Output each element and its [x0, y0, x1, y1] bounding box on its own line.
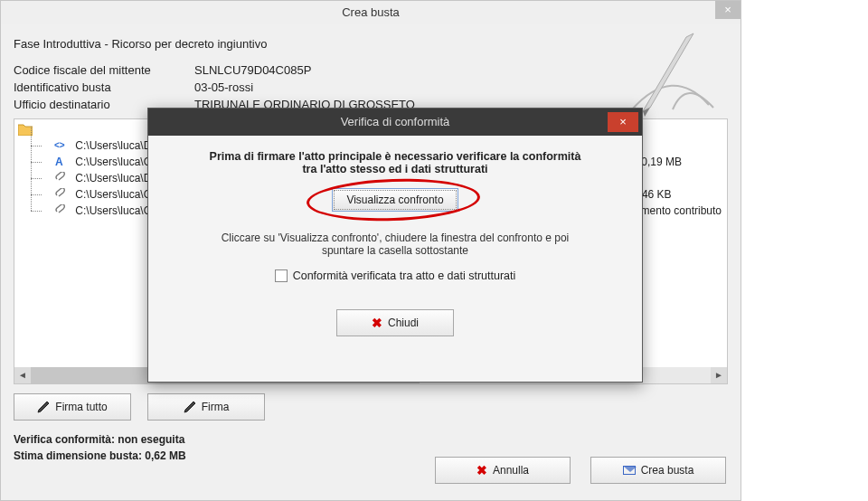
dialog-close-button[interactable]: ×: [608, 112, 638, 132]
window-title: Crea busta: [342, 5, 400, 19]
dialog-lead-text: Prima di firmare l'atto principale è nec…: [166, 150, 624, 175]
svg-text:<>: <>: [54, 140, 65, 150]
chiudi-label: Chiudi: [388, 317, 419, 329]
svg-text:A: A: [55, 156, 63, 166]
conformita-checkbox-row: Conformità verificata tra atto e dati st…: [166, 269, 624, 282]
hint-line-1: Cliccare su 'Visualizza confronto', chiu…: [222, 232, 570, 244]
crea-busta-button[interactable]: Crea busta: [590, 457, 726, 484]
attachment-icon: [54, 203, 67, 214]
chiudi-button[interactable]: ✖ Chiudi: [336, 309, 454, 336]
attachment-icon: [54, 171, 67, 182]
annulla-button[interactable]: ✖ Annulla: [435, 457, 571, 484]
scroll-left-arrow[interactable]: ◄: [14, 367, 31, 383]
firma-button[interactable]: Firma: [147, 393, 265, 421]
lead-line-1: Prima di firmare l'atto principale è nec…: [210, 150, 581, 163]
info-row-cf: Codice fiscale del mittente SLNLCU79D04C…: [14, 63, 728, 77]
pen-icon: [37, 401, 50, 413]
visualizza-confronto-button[interactable]: Visualizza confronto: [332, 188, 458, 212]
conformita-checkbox-label: Conformità verificata tra atto e dati st…: [293, 269, 516, 282]
cf-label: Codice fiscale del mittente: [14, 63, 194, 77]
crea-busta-label: Crea busta: [641, 464, 694, 477]
scroll-right-arrow[interactable]: ►: [711, 367, 727, 383]
info-row-id: Identificativo busta 03-05-rossi: [14, 80, 728, 94]
xml-icon: <>: [54, 138, 67, 149]
conformita-checkbox[interactable]: [275, 269, 288, 282]
id-value: 03-05-rossi: [194, 80, 253, 94]
firma-tutto-label: Firma tutto: [55, 401, 107, 413]
main-window: Crea busta × Fase Introduttiva - Ricorso…: [0, 0, 741, 501]
id-label: Identificativo busta: [14, 80, 194, 94]
hint-line-2: spuntare la casella sottostante: [322, 244, 468, 257]
visualizza-confronto-wrap: Visualizza confronto: [332, 188, 458, 212]
doc-a-icon: A: [54, 155, 67, 165]
pen-icon: [184, 401, 196, 413]
phase-label: Fase Introduttiva - Ricorso per decreto …: [14, 37, 728, 51]
visualizza-confronto-label: Visualizza confronto: [346, 194, 443, 206]
lead-line-2: tra l'atto stesso ed i dati strutturati: [302, 163, 487, 175]
dialog-hint: Cliccare su 'Visualizza confronto', chiu…: [166, 232, 624, 257]
firma-label: Firma: [202, 401, 230, 413]
dialog-body: Prima di firmare l'atto principale è nec…: [148, 136, 642, 347]
window-titlebar: Crea busta ×: [1, 1, 741, 24]
annulla-label: Annulla: [493, 464, 529, 477]
x-icon: ✖: [372, 316, 382, 330]
verifica-status: Verifica conformità: non eseguita: [14, 433, 728, 446]
window-close-button[interactable]: ×: [715, 1, 741, 19]
firma-tutto-button[interactable]: Firma tutto: [14, 393, 131, 421]
sign-buttons-row: Firma tutto Firma: [14, 393, 728, 421]
cf-value: SLNLCU79D04C085P: [194, 63, 311, 77]
attachment-icon: [54, 187, 67, 198]
dialog-titlebar: Verifica di conformità ×: [148, 109, 642, 136]
x-icon: ✖: [476, 463, 487, 477]
footer-buttons: ✖ Annulla Crea busta: [435, 457, 726, 484]
dialog-title: Verifica di conformità: [341, 115, 450, 128]
pen-illustration: [623, 28, 722, 118]
verifica-conformita-dialog: Verifica di conformità × Prima di firmar…: [147, 108, 643, 383]
mail-icon: [623, 466, 636, 475]
